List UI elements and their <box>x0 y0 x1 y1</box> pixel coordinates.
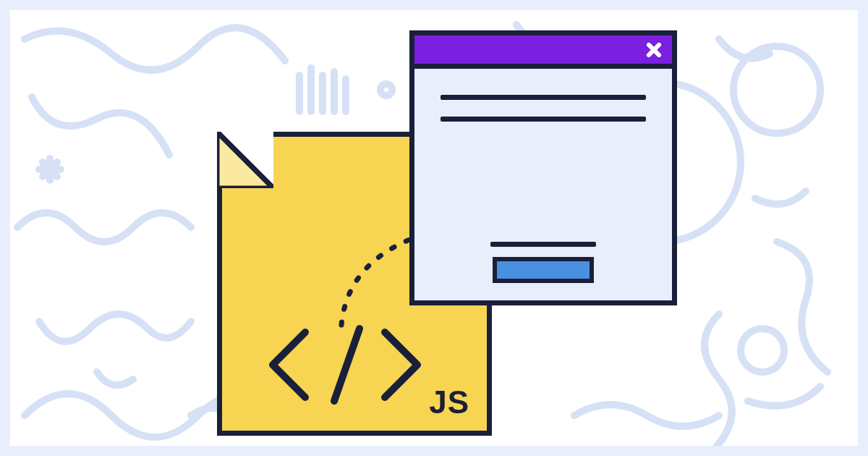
input-underline-icon <box>490 242 596 247</box>
svg-point-2 <box>380 84 392 96</box>
close-icon[interactable] <box>644 41 663 59</box>
primary-button[interactable] <box>493 257 594 283</box>
window-titlebar <box>414 35 672 69</box>
dialog-window <box>409 30 677 305</box>
svg-line-7 <box>334 329 359 401</box>
file-fold-corner-icon <box>217 132 273 188</box>
text-line-icon <box>441 95 646 100</box>
file-extension-label: JS <box>429 384 469 421</box>
svg-point-3 <box>741 329 784 372</box>
window-body <box>414 69 672 300</box>
text-line-icon <box>441 117 646 122</box>
code-tag-icon <box>265 321 425 408</box>
